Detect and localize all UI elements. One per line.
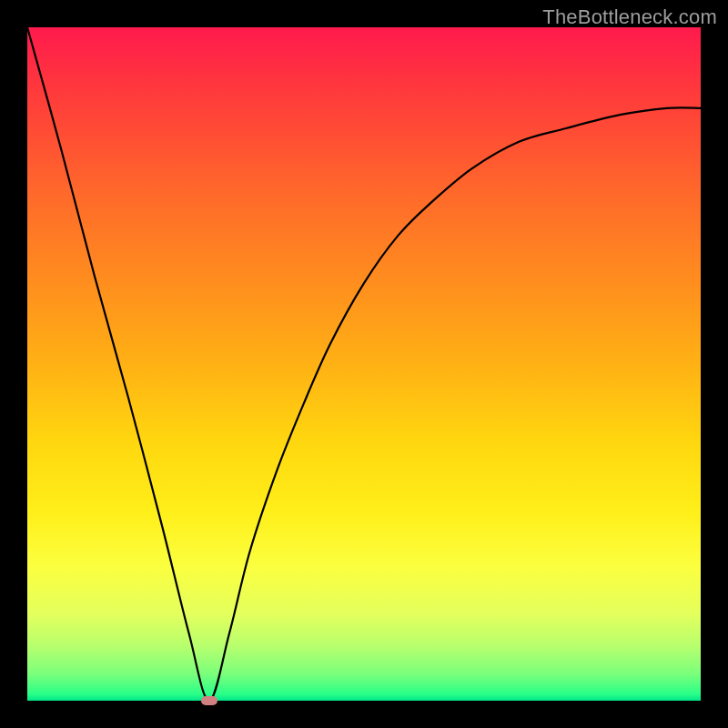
plot-area (27, 27, 701, 701)
chart-frame: TheBottleneck.com (0, 0, 728, 728)
bottleneck-curve (27, 27, 701, 701)
watermark-text: TheBottleneck.com (542, 5, 717, 29)
curve-svg (27, 27, 701, 701)
minimum-marker (201, 696, 217, 705)
